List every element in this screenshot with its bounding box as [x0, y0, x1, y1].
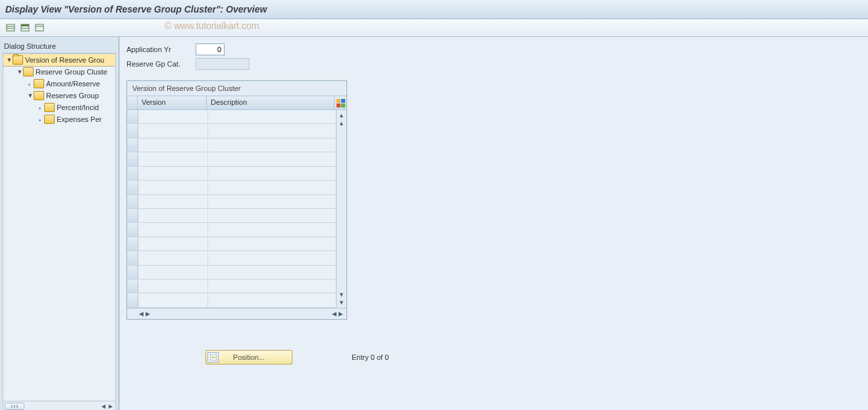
toolbar-button-3[interactable] — [33, 21, 46, 34]
table-row[interactable] — [127, 251, 336, 265]
cell-description[interactable] — [208, 293, 336, 307]
folder-icon — [44, 115, 55, 124]
tree-node-amount-reserve[interactable]: Amount/Reserve — [3, 78, 115, 90]
cell-description[interactable] — [208, 181, 336, 194]
table-row[interactable] — [127, 110, 336, 124]
application-year-input[interactable] — [196, 44, 225, 55]
tree-horizontal-scrollbar[interactable]: ◀ ▶ — [3, 401, 116, 410]
row-selector-cell[interactable] — [127, 209, 138, 222]
tree-node-reserves-group[interactable]: ▼ Reserves Group — [3, 90, 115, 102]
cell-version[interactable] — [138, 209, 208, 222]
application-year-label: Application Yr — [126, 45, 196, 53]
scroll-page-down-icon[interactable]: ▼ — [339, 291, 344, 299]
row-selector-cell[interactable] — [127, 152, 138, 165]
cell-version[interactable] — [138, 251, 208, 264]
row-selector-cell[interactable] — [127, 110, 138, 123]
row-selector-cell[interactable] — [127, 279, 138, 293]
cell-version[interactable] — [138, 138, 208, 152]
cell-version[interactable] — [138, 266, 208, 279]
row-selector-cell[interactable] — [127, 251, 138, 264]
cell-version[interactable] — [138, 110, 208, 123]
row-selector-cell[interactable] — [127, 237, 138, 250]
cell-description[interactable] — [208, 152, 336, 165]
position-button-label: Position... — [233, 353, 265, 361]
scroll-left-icon[interactable]: ◀ — [138, 310, 144, 317]
tree-node-version-of-reserve-group[interactable]: ▼ Version of Reserve Grou — [3, 53, 116, 67]
cell-version[interactable] — [138, 152, 208, 165]
column-header-description[interactable]: Description — [207, 96, 335, 109]
form-row-application-year: Application Yr — [126, 42, 861, 57]
page-title: Display View "Version of Reserve Group C… — [5, 4, 267, 15]
cell-description[interactable] — [208, 237, 336, 250]
table-horizontal-scrollbar[interactable]: ◀ ▶ ◀ ▶ — [127, 308, 346, 319]
cell-description[interactable] — [208, 110, 336, 123]
scroll-right-icon[interactable]: ▶ — [144, 310, 151, 317]
table-row[interactable] — [127, 266, 336, 279]
tree-toggle-icon[interactable]: ▼ — [6, 54, 13, 66]
cell-version[interactable] — [138, 195, 208, 208]
reserve-gp-cat-label: Reserve Gp Cat. — [126, 60, 196, 68]
cell-description[interactable] — [208, 195, 336, 208]
scroll-left-icon[interactable]: ◀ — [99, 403, 107, 410]
tree-toggle-icon[interactable]: ▼ — [27, 90, 34, 102]
dialog-structure-tree[interactable]: ▼ Version of Reserve Grou ▼ Reserve Grou… — [3, 53, 116, 401]
table-row[interactable] — [127, 223, 336, 237]
table-row[interactable] — [127, 195, 336, 209]
row-selector-cell[interactable] — [127, 138, 138, 152]
tree-node-expenses-per[interactable]: Expenses Per — [3, 113, 115, 125]
table-row[interactable] — [127, 279, 336, 293]
table-row[interactable] — [127, 167, 336, 181]
cell-description[interactable] — [208, 138, 336, 152]
table-row[interactable] — [127, 209, 336, 223]
tree-node-percent-incid[interactable]: Percent/Incid — [3, 102, 115, 113]
tree-toggle-icon[interactable]: ▼ — [16, 66, 23, 78]
row-selector-cell[interactable] — [127, 195, 138, 208]
row-selector-cell[interactable] — [127, 124, 138, 137]
table-vertical-scrollbar[interactable]: ▲ ▲ ▼ ▼ — [336, 110, 346, 308]
row-selector-cell[interactable] — [127, 181, 138, 194]
cell-version[interactable] — [138, 237, 208, 250]
toolbar-button-1[interactable] — [4, 21, 17, 34]
table-row[interactable] — [127, 237, 336, 251]
table-header-row: Version Description — [127, 96, 346, 110]
row-selector-header[interactable] — [127, 96, 138, 109]
cell-version[interactable] — [138, 124, 208, 137]
scroll-down-icon[interactable]: ▼ — [339, 299, 344, 307]
cell-version[interactable] — [138, 279, 208, 293]
cell-version[interactable] — [138, 181, 208, 194]
row-selector-cell[interactable] — [127, 293, 138, 307]
cell-description[interactable] — [208, 223, 336, 236]
reserve-gp-cat-input[interactable] — [196, 58, 250, 70]
table-row[interactable] — [127, 293, 336, 307]
table-row[interactable] — [127, 138, 336, 152]
table-configure-button[interactable] — [335, 96, 346, 109]
cell-version[interactable] — [138, 293, 208, 307]
cell-description[interactable] — [208, 266, 336, 279]
scroll-right-end-icon[interactable]: ▶ — [337, 310, 344, 317]
cell-description[interactable] — [208, 251, 336, 264]
position-button[interactable]: Position... — [205, 350, 292, 365]
table-row[interactable] — [127, 152, 336, 166]
scroll-up-icon[interactable]: ▲ — [339, 111, 344, 119]
cell-version[interactable] — [138, 223, 208, 236]
scrollbar-thumb[interactable] — [5, 403, 24, 410]
toolbar-button-2[interactable] — [18, 21, 32, 34]
table-row[interactable] — [127, 181, 336, 194]
dialog-structure-panel: Dialog Structure ▼ Version of Reserve Gr… — [0, 37, 119, 410]
cell-version[interactable] — [138, 167, 208, 180]
cell-description[interactable] — [208, 279, 336, 293]
scroll-right-icon[interactable]: ▶ — [107, 403, 114, 410]
cell-description[interactable] — [208, 209, 336, 222]
row-selector-cell[interactable] — [127, 266, 138, 279]
row-selector-cell[interactable] — [127, 167, 138, 180]
table-row[interactable] — [127, 124, 336, 138]
tree-node-label: Reserves Group — [46, 90, 99, 102]
row-selector-cell[interactable] — [127, 223, 138, 236]
tree-node-reserve-group-cluster[interactable]: ▼ Reserve Group Cluste — [3, 66, 115, 78]
cell-description[interactable] — [208, 124, 336, 137]
scroll-page-up-icon[interactable]: ▲ — [339, 119, 344, 127]
scroll-left-end-icon[interactable]: ◀ — [331, 310, 337, 317]
window-title-bar: Display View "Version of Reserve Group C… — [0, 0, 868, 19]
column-header-version[interactable]: Version — [138, 96, 207, 109]
cell-description[interactable] — [208, 167, 336, 180]
